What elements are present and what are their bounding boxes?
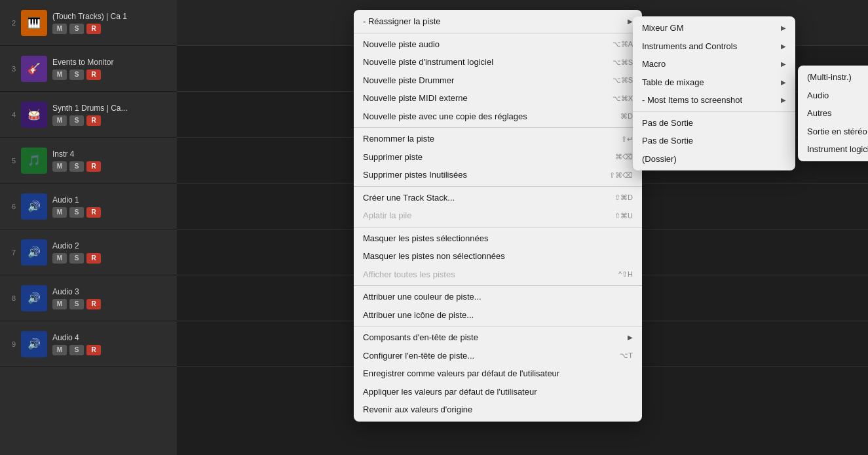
- solo-button[interactable]: S: [69, 207, 84, 218]
- record-button[interactable]: R: [86, 115, 101, 126]
- menu-item-label: Revenir aux valeurs d'origine: [363, 403, 472, 416]
- menu-item-mixer-gm[interactable]: Mixeur GM ▶: [633, 19, 795, 37]
- solo-button[interactable]: S: [69, 161, 84, 172]
- mute-button[interactable]: M: [52, 24, 67, 34]
- menu-item-pas-sortie2[interactable]: Pas de Sortie: [633, 132, 795, 150]
- track-icon: 🎹: [21, 10, 47, 36]
- menu-item-new-audio[interactable]: Nouvelle piste audio ⌥⌘A: [354, 35, 642, 54]
- menu-item-label: Sortie en stéréo: [807, 125, 867, 138]
- menu-item-autres[interactable]: Autres ▶: [798, 104, 868, 123]
- mute-button[interactable]: M: [52, 69, 67, 80]
- menu-item-configure-header[interactable]: Configurer l'en-tête de piste... ⌥T: [354, 347, 642, 365]
- track-icon: 🔊: [21, 193, 47, 220]
- menu-item-delete-unused[interactable]: Supprimer pistes Inutilisées ⇧⌘⌫: [354, 166, 642, 184]
- menu-item-new-drummer[interactable]: Nouvelle piste Drummer ⌥⌘S: [354, 71, 642, 90]
- track-name: Audio 1: [52, 195, 172, 205]
- track-number: 6: [5, 203, 16, 210]
- menu-shortcut: ⌘⌫: [615, 151, 633, 163]
- menu-item-new-copy[interactable]: Nouvelle piste avec une copie des réglag…: [354, 108, 642, 126]
- menu-item-most-items[interactable]: - Most Items to screenshot ▶: [633, 91, 795, 109]
- menu-item-label: Attribuer une couleur de piste...: [363, 290, 481, 304]
- menu-item-rename[interactable]: Renommer la piste ⇧↵: [354, 130, 642, 148]
- main-context-menu[interactable]: - Réassigner la piste ▶ Nouvelle piste a…: [354, 10, 642, 422]
- menu-separator: [354, 285, 642, 286]
- track-row: 6 🔊 Audio 1 M S R: [0, 184, 177, 229]
- mute-button[interactable]: M: [52, 345, 67, 355]
- track-name: Instr 4: [52, 149, 172, 159]
- solo-button[interactable]: S: [69, 24, 84, 34]
- main-area: - Réassigner la piste ▶ Nouvelle piste a…: [177, 0, 868, 455]
- menu-item-icon[interactable]: Attribuer une icône de piste...: [354, 306, 642, 325]
- menu-item-create-stack[interactable]: Créer une Track Stack... ⇧⌘D: [354, 189, 642, 207]
- menu-item-restore[interactable]: Revenir aux valeurs d'origine: [354, 401, 642, 419]
- submenu-level2[interactable]: (Multi-instr.) ▶ Audio ▶ Autres ▶ Sortie…: [798, 66, 868, 161]
- menu-item-instrument-logiciel[interactable]: Instrument logiciel ▶: [798, 140, 868, 159]
- record-button[interactable]: R: [86, 69, 101, 80]
- menu-item-hide-selected[interactable]: Masquer les pistes sélectionnées: [354, 229, 642, 248]
- solo-button[interactable]: S: [69, 253, 84, 264]
- menu-item-apply-defaults[interactable]: Appliquer les valeurs par défaut de l'ut…: [354, 383, 642, 401]
- track-controls: M S R: [52, 24, 172, 34]
- menu-item-label: Pas de Sortie: [642, 134, 693, 148]
- solo-button[interactable]: S: [69, 69, 84, 80]
- menu-item-multi-instr[interactable]: (Multi-instr.) ▶: [798, 68, 868, 87]
- menu-item-instruments-controls[interactable]: Instruments and Controls ▶: [633, 37, 795, 56]
- record-button[interactable]: R: [86, 299, 101, 309]
- menu-item-label: Supprimer piste: [363, 151, 423, 164]
- menu-shortcut: ⌥⌘S: [613, 57, 633, 68]
- solo-button[interactable]: S: [69, 115, 84, 126]
- menu-shortcut: ⌥⌘A: [613, 39, 633, 50]
- record-button[interactable]: R: [86, 24, 101, 34]
- menu-item-label: Mixeur GM: [642, 22, 684, 35]
- solo-button[interactable]: S: [69, 299, 84, 309]
- menu-item-table-mixage[interactable]: Table de mixage ▶: [633, 73, 795, 92]
- menu-item-new-midi[interactable]: Nouvelle piste MIDI externe ⌥⌘X: [354, 89, 642, 108]
- menu-item-label: Pas de Sortie: [642, 117, 693, 130]
- menu-item-hide-unselected[interactable]: Masquer les pistes non sélectionnées: [354, 247, 642, 266]
- menu-item-label: Aplatir la pile: [363, 209, 411, 222]
- solo-button[interactable]: S: [69, 345, 84, 355]
- track-controls: M S R: [52, 69, 172, 80]
- track-number: 7: [5, 248, 16, 256]
- menu-item-label: Audio: [807, 89, 829, 102]
- menu-shortcut: ⇧↵: [621, 134, 633, 145]
- menu-item-reassign[interactable]: - Réassigner la piste ▶: [354, 12, 642, 31]
- menu-item-save-defaults[interactable]: Enregistrer comme valeurs par défaut de …: [354, 365, 642, 383]
- track-number: 3: [5, 65, 16, 73]
- menu-item-delete[interactable]: Supprimer piste ⌘⌫: [354, 148, 642, 167]
- menu-item-pas-sortie1[interactable]: Pas de Sortie: [633, 114, 795, 132]
- mute-button[interactable]: M: [52, 207, 67, 218]
- submenu-arrow: ▶: [781, 59, 786, 69]
- record-button[interactable]: R: [86, 253, 101, 264]
- menu-shortcut: ⌥⌘S: [613, 75, 633, 86]
- track-row: 7 🔊 Audio 2 M S R: [0, 229, 177, 275]
- menu-item-macro[interactable]: Macro ▶: [633, 55, 795, 73]
- track-controls: M S R: [52, 161, 172, 172]
- track-controls: M S R: [52, 207, 172, 218]
- mute-button[interactable]: M: [52, 299, 67, 309]
- menu-item-color[interactable]: Attribuer une couleur de piste...: [354, 288, 642, 306]
- menu-item-sortie-stereo[interactable]: Sortie en stéréo ▶: [798, 123, 868, 141]
- menus-layer: - Réassigner la piste ▶ Nouvelle piste a…: [177, 0, 868, 455]
- record-button[interactable]: R: [86, 207, 101, 218]
- track-row: 9 🔊 Audio 4 M S R: [0, 321, 177, 367]
- mute-button[interactable]: M: [52, 115, 67, 126]
- record-button[interactable]: R: [86, 161, 101, 172]
- menu-item-label: Table de mixage: [642, 76, 704, 89]
- menu-item-dossier[interactable]: (Dossier): [633, 150, 795, 168]
- mute-button[interactable]: M: [52, 161, 67, 172]
- menu-item-label: Nouvelle piste d'instrument logiciel: [363, 56, 493, 69]
- menu-item-new-instrument[interactable]: Nouvelle piste d'instrument logiciel ⌥⌘S: [354, 53, 642, 71]
- track-row: 4 🥁 Synth 1 Drums | Ca... M S R: [0, 92, 177, 138]
- menu-separator: [354, 326, 642, 326]
- track-controls: M S R: [52, 345, 172, 355]
- menu-item-audio[interactable]: Audio ▶: [798, 87, 868, 105]
- submenu-level1[interactable]: Mixeur GM ▶ Instruments and Controls ▶ M…: [633, 16, 795, 170]
- mute-button[interactable]: M: [52, 253, 67, 264]
- track-row: 3 🎸 Events to Monitor M S R: [0, 46, 177, 92]
- record-button[interactable]: R: [86, 345, 101, 355]
- track-icon: 🔊: [21, 285, 47, 311]
- submenu-arrow: ▶: [781, 95, 786, 105]
- menu-separator: [354, 33, 642, 33]
- menu-item-header-components[interactable]: Composants d'en-tête de piste ▶: [354, 328, 642, 347]
